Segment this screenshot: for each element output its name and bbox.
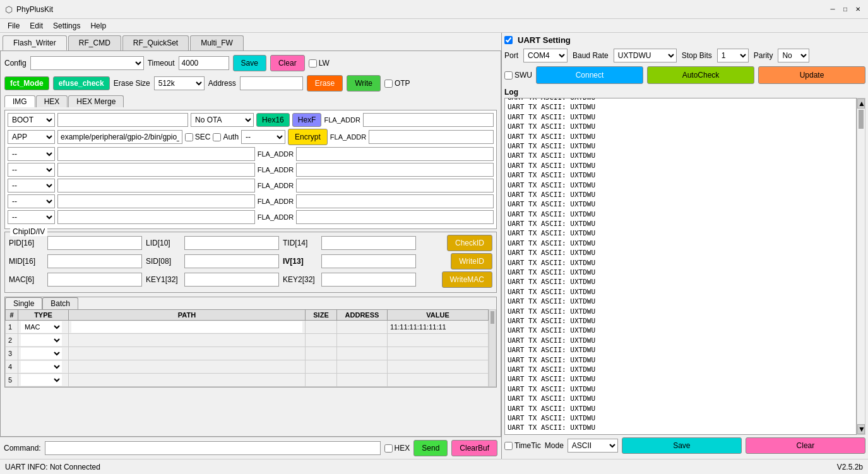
- tab-rf-quickset[interactable]: RF_QuickSet: [122, 35, 189, 50]
- path-input-5[interactable]: [57, 194, 255, 208]
- address-input[interactable]: [240, 76, 303, 90]
- mid-input[interactable]: [47, 254, 142, 268]
- tab-multi-fw[interactable]: Multi_FW: [190, 35, 244, 50]
- command-input[interactable]: [45, 441, 381, 455]
- log-save-button[interactable]: Save: [622, 437, 742, 454]
- send-button[interactable]: Send: [413, 440, 448, 456]
- hexf-button[interactable]: HexF: [292, 113, 322, 127]
- batch-table-scroll[interactable]: # TYPE PATH SIZE ADDRESS VALUE: [5, 309, 489, 387]
- save-button[interactable]: Save: [233, 55, 266, 71]
- swu-checkbox[interactable]: [504, 71, 513, 80]
- row-type-select-3[interactable]: [21, 348, 62, 359]
- path-input-2[interactable]: [57, 147, 255, 161]
- log-clear-button[interactable]: Clear: [746, 437, 865, 454]
- log-area[interactable]: UART TX ASCII: UXTDWUUART TX ASCII: UXTD…: [504, 98, 857, 435]
- row-type-select-5[interactable]: [21, 374, 62, 386]
- tab-hex[interactable]: HEX: [36, 95, 68, 107]
- mac-input[interactable]: [47, 273, 142, 287]
- row-path-input-1[interactable]: [71, 321, 302, 333]
- iv-input[interactable]: [321, 254, 416, 268]
- fct-mode-button[interactable]: fct_Mode: [4, 76, 49, 90]
- maximize-button[interactable]: □: [840, 4, 850, 15]
- window-controls[interactable]: ─ □ ✕: [828, 4, 863, 15]
- tab-hex-merge[interactable]: HEX Merge: [68, 95, 124, 107]
- fla-addr-input-1[interactable]: [369, 130, 494, 144]
- mode-select[interactable]: ASCII HEX DEC: [568, 439, 618, 453]
- tab-single[interactable]: Single: [5, 297, 42, 309]
- erase-button[interactable]: Erase: [307, 75, 343, 92]
- key1-input[interactable]: [184, 273, 279, 287]
- fla-addr-input-4[interactable]: [296, 179, 494, 193]
- port-select[interactable]: COM4 COM1 COM2 COM3: [523, 49, 568, 62]
- app-type-select[interactable]: APP: [8, 130, 55, 144]
- type-select-2[interactable]: --: [8, 147, 55, 161]
- path-input-3[interactable]: [57, 163, 255, 177]
- fla-addr-input-6[interactable]: [296, 210, 494, 224]
- path-input-6[interactable]: [57, 210, 255, 224]
- boot-ota-select[interactable]: No OTA OTA: [191, 113, 254, 127]
- pid-input[interactable]: [47, 236, 142, 250]
- menu-help[interactable]: Help: [85, 20, 111, 31]
- fla-addr-input-5[interactable]: [296, 194, 494, 208]
- fla-addr-input-3[interactable]: [296, 163, 494, 177]
- type-select-5[interactable]: --: [8, 194, 55, 208]
- check-id-button[interactable]: CheckID: [447, 235, 492, 251]
- erase-size-select[interactable]: 512k 256k 1M: [154, 76, 205, 90]
- write-mac-button[interactable]: WriteMAC: [442, 271, 492, 288]
- sec-checkbox[interactable]: [185, 133, 193, 141]
- menu-edit[interactable]: Edit: [25, 20, 48, 31]
- connect-button[interactable]: Connect: [536, 66, 643, 84]
- scrollbar-thumb[interactable]: [490, 311, 494, 324]
- write-id-button[interactable]: WriteID: [451, 253, 492, 270]
- lw-checkbox[interactable]: [309, 59, 317, 68]
- row-type-select-1[interactable]: MAC: [21, 321, 62, 333]
- fla-addr-input-2[interactable]: [296, 147, 494, 161]
- scroll-thumb[interactable]: [859, 110, 864, 129]
- type-select-4[interactable]: --: [8, 179, 55, 193]
- write-button[interactable]: Write: [347, 75, 381, 92]
- stop-bits-select[interactable]: 1 2: [717, 49, 749, 62]
- close-button[interactable]: ✕: [853, 4, 863, 15]
- scroll-down-btn[interactable]: ▼: [857, 424, 865, 434]
- key2-input[interactable]: [321, 273, 416, 287]
- baud-rate-select[interactable]: UXTDWU 9600 115200: [614, 49, 677, 62]
- tab-rf-cmd[interactable]: RF_CMD: [68, 35, 121, 50]
- type-select-6[interactable]: --: [8, 210, 55, 224]
- tab-img[interactable]: IMG: [4, 95, 35, 107]
- app-path-input[interactable]: [57, 130, 182, 144]
- efuse-check-button[interactable]: efuse_check: [53, 76, 110, 90]
- encrypt-button[interactable]: Encrypt: [288, 129, 328, 145]
- lid-input[interactable]: [184, 236, 279, 250]
- row-type-select-4[interactable]: [21, 361, 62, 372]
- uart-setting-checkbox[interactable]: [504, 36, 513, 44]
- tab-flash-writer[interactable]: Flash_Writer: [3, 35, 67, 50]
- row-path-1[interactable]: [69, 321, 306, 334]
- timeticl-checkbox[interactable]: [504, 442, 513, 450]
- menu-file[interactable]: File: [3, 20, 25, 31]
- boot-type-select[interactable]: BOOT: [8, 113, 55, 127]
- auth-checkbox[interactable]: [213, 133, 221, 141]
- hex-checkbox[interactable]: [384, 444, 393, 453]
- boot-path-input[interactable]: [57, 113, 188, 127]
- sid-input[interactable]: [184, 254, 279, 268]
- type-select-3[interactable]: --: [8, 163, 55, 177]
- row-type-select-2[interactable]: [21, 335, 62, 346]
- menu-settings[interactable]: Settings: [48, 20, 85, 31]
- clear-buf-button[interactable]: ClearBuf: [451, 440, 497, 456]
- hex16-button[interactable]: Hex16: [256, 113, 290, 127]
- path-input-4[interactable]: [57, 179, 255, 193]
- minimize-button[interactable]: ─: [828, 4, 838, 15]
- parity-select[interactable]: No Even Odd: [778, 49, 809, 62]
- table-scrollbar[interactable]: [489, 309, 496, 387]
- log-scrollbar[interactable]: ▲ ▼: [857, 98, 865, 435]
- autocheck-button[interactable]: AutoCheck: [647, 66, 754, 84]
- tab-batch[interactable]: Batch: [42, 297, 78, 309]
- clear-button[interactable]: Clear: [270, 55, 305, 71]
- fla-addr-input-0[interactable]: [363, 113, 494, 127]
- tid-input[interactable]: [321, 236, 416, 250]
- encode-select[interactable]: -- AES128: [241, 130, 285, 144]
- timeout-input[interactable]: 4000: [179, 56, 229, 70]
- update-button[interactable]: Update: [758, 66, 865, 84]
- scroll-up-btn[interactable]: ▲: [857, 98, 865, 109]
- otp-checkbox[interactable]: [384, 80, 393, 88]
